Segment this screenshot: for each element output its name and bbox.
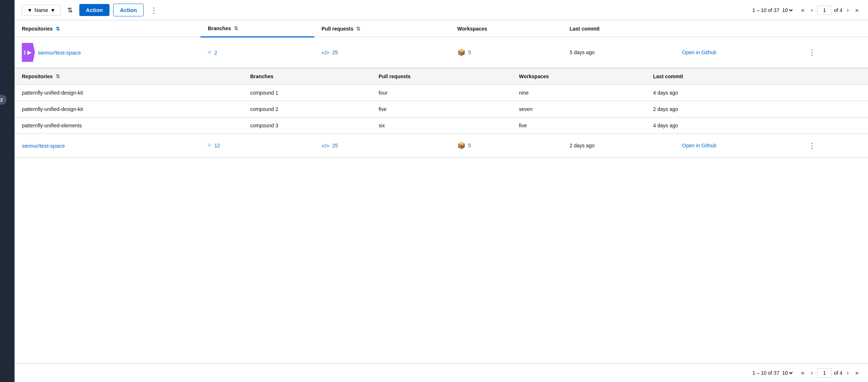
sort-repositories-icon[interactable]: ⇅: [56, 26, 60, 32]
page-prev-bottom[interactable]: ‹: [809, 368, 815, 378]
filter-label: Name: [35, 7, 48, 13]
branches-count-1[interactable]: 2: [214, 50, 217, 56]
pr-cell-2: </> 25: [314, 134, 450, 158]
table-row: 1 ▶ siemur/test-space ⑂ 2: [15, 37, 868, 68]
ws-cell-1: 📦 5: [450, 37, 562, 68]
sort-icon: ⇅: [67, 7, 73, 14]
sub-branch-2: compound 2: [243, 101, 371, 118]
sub-action-1: [780, 85, 824, 101]
page-input-bottom[interactable]: [817, 368, 832, 378]
col-header-pull-requests: Pull requests ⇅: [314, 20, 450, 37]
pr-icon-2: </>: [322, 143, 330, 149]
sidebar: 2: [0, 0, 15, 382]
pr-value-1: </> 25: [322, 49, 443, 56]
col-header-workspaces: Workspaces: [450, 20, 562, 37]
col-header-branches: Branches ⇅: [200, 20, 314, 37]
main-table: Repositories ⇅ Branches ⇅ Pull requests …: [15, 20, 868, 158]
row-kebab-button-1[interactable]: ⋮: [805, 47, 819, 58]
page-last-top[interactable]: »: [853, 5, 861, 15]
ws-count-1[interactable]: 5: [468, 49, 471, 55]
sub-action-2: [780, 101, 824, 118]
pr-count-2[interactable]: 25: [332, 143, 338, 148]
sub-pr-3: six: [371, 118, 512, 134]
action-secondary-button[interactable]: Action: [113, 4, 144, 16]
main-content: ▼ Name ▼ ⇅ Action Action ⋮ 1 –: [15, 0, 868, 382]
table-header-row: Repositories ⇅ Branches ⇅ Pull requests …: [15, 20, 868, 37]
repo-link-2[interactable]: siemur/test-space: [22, 143, 65, 149]
ws-count-2[interactable]: 5: [468, 143, 471, 148]
open-github-link-2[interactable]: Open in Github: [682, 143, 716, 148]
page-last-bottom[interactable]: »: [853, 368, 861, 378]
filter-chevron: ▼: [50, 7, 55, 13]
branches-count-2[interactable]: 12: [214, 143, 220, 148]
page-first-top[interactable]: «: [799, 5, 807, 15]
sub-kebab-2: [824, 101, 868, 118]
repo-cell-1: 1 ▶ siemur/test-space: [15, 37, 200, 68]
sub-repo-1: patternfly-unified-design-kit: [15, 85, 243, 101]
sub-table-row: patternfly-unified-elements compound 3 s…: [15, 118, 868, 134]
sub-col-last-commit: Last commit: [646, 68, 780, 85]
table-row: siemur/test-space ⑂ 12 </> 25: [15, 134, 868, 158]
sub-table-row: patternfly-unified-design-kit compound 2…: [15, 101, 868, 118]
bottom-toolbar: 1 – 10 of 37 10 20 50 « ‹ of 4 › »: [15, 363, 868, 382]
pr-value-2: </> 25: [322, 143, 443, 149]
ws-value-1: 📦 5: [457, 48, 555, 56]
action-primary-button[interactable]: Action: [79, 4, 110, 16]
ws-icon-2: 📦: [457, 142, 465, 150]
row-kebab-button-2[interactable]: ⋮: [805, 140, 819, 151]
page-prev-top[interactable]: ‹: [809, 5, 815, 15]
sort-pr-icon[interactable]: ⇅: [356, 26, 361, 32]
pr-count-1[interactable]: 25: [332, 49, 338, 55]
filter-button[interactable]: ▼ Name ▼: [22, 5, 61, 16]
row-kebab-cell-1: ⋮: [798, 37, 868, 68]
top-toolbar: ▼ Name ▼ ⇅ Action Action ⋮ 1 –: [15, 0, 868, 20]
branches-value-1: ⑂ 2: [208, 49, 307, 56]
expanded-sub-row: Repositories ⇅ Branches Pull requests Wo…: [15, 68, 868, 134]
page-next-top[interactable]: ›: [845, 5, 851, 15]
pr-cell-1: </> 25: [314, 37, 450, 68]
toolbar-right: 1 – 10 of 37 10 20 50 « ‹ of 4 › »: [752, 5, 861, 15]
sub-ws-1: nine: [512, 85, 646, 101]
sub-sort-repos-icon[interactable]: ⇅: [56, 73, 60, 79]
sub-action-3: [780, 118, 824, 134]
open-github-cell-1: Open in Github: [675, 37, 798, 68]
sub-col-repositories: Repositories ⇅: [15, 68, 243, 85]
pagination-per-page-top[interactable]: 10 20 50: [781, 7, 794, 13]
branch-icon: ⑂: [208, 49, 211, 56]
pagination-range-top: 1 – 10 of 37 10 20 50: [752, 7, 794, 13]
last-commit-cell-2: 2 days ago: [562, 134, 675, 158]
sub-pr-1: four: [371, 85, 512, 101]
page-next-bottom[interactable]: ›: [845, 368, 851, 378]
sub-header-row: Repositories ⇅ Branches Pull requests Wo…: [15, 68, 868, 85]
sort-button[interactable]: ⇅: [64, 4, 76, 16]
sub-branch-3: compound 3: [243, 118, 371, 134]
open-github-cell-2: Open in Github: [675, 134, 798, 158]
sub-col-branches: Branches: [243, 68, 371, 85]
repo-cell-2: siemur/test-space: [15, 134, 200, 158]
page-first-bottom[interactable]: «: [799, 368, 807, 378]
repo-link-1[interactable]: siemur/test-space: [35, 49, 81, 56]
toolbar-left: ▼ Name ▼ ⇅ Action Action ⋮: [22, 4, 749, 16]
open-github-link-1[interactable]: Open in Github: [682, 49, 716, 55]
sub-kebab-3: [824, 118, 868, 134]
col-header-kebab: [798, 20, 868, 37]
ws-cell-2: 📦 5: [450, 134, 562, 158]
ws-icon: 📦: [457, 48, 465, 56]
expand-toggle-button[interactable]: 1 ▶: [22, 43, 35, 62]
sort-branches-icon[interactable]: ⇅: [234, 25, 238, 31]
sub-col-pull-requests: Pull requests: [371, 68, 512, 85]
sub-table-container: Repositories ⇅ Branches Pull requests Wo…: [15, 68, 868, 134]
expandable-cell: 1 ▶ siemur/test-space: [22, 43, 193, 62]
sub-table: Repositories ⇅ Branches Pull requests Wo…: [15, 68, 868, 134]
col-header-actions: [675, 20, 798, 37]
col-header-last-commit: Last commit: [562, 20, 675, 37]
kebab-button[interactable]: ⋮: [147, 4, 160, 16]
page-input-top[interactable]: [817, 5, 832, 15]
sub-commit-1: 4 days ago: [646, 85, 780, 101]
sub-col-actions: [780, 68, 824, 85]
pagination-per-page-bottom[interactable]: 10 20 50: [781, 370, 794, 376]
sub-table-row: patternfly-unified-design-kit compound 1…: [15, 85, 868, 101]
app-container: 2 ▼ Name ▼ ⇅ Action Action: [0, 0, 868, 382]
sub-ws-2: seven: [512, 101, 646, 118]
pr-icon: </>: [322, 49, 330, 56]
